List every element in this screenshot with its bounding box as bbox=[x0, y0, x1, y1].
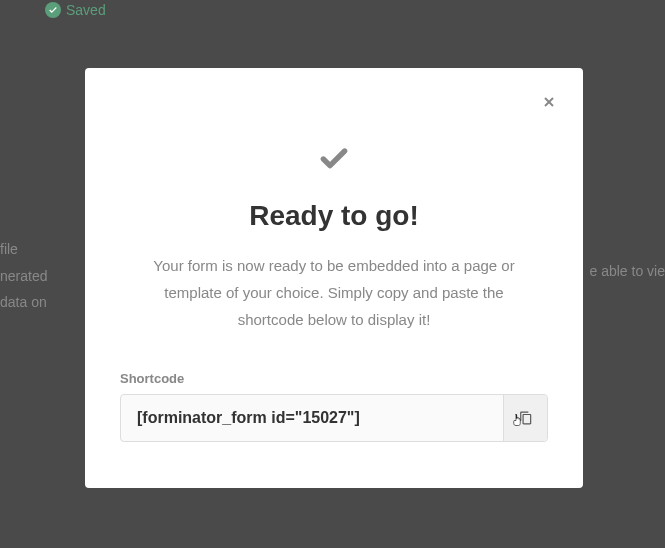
check-circle-icon bbox=[45, 2, 61, 18]
bg-text-right: e able to vie bbox=[590, 263, 666, 279]
shortcode-input[interactable] bbox=[121, 395, 503, 441]
modal-title: Ready to go! bbox=[120, 200, 548, 232]
shortcode-label: Shortcode bbox=[120, 371, 548, 386]
ready-modal: Ready to go! Your form is now ready to b… bbox=[85, 68, 583, 488]
copy-icon bbox=[519, 411, 533, 425]
close-icon bbox=[541, 94, 557, 110]
close-button[interactable] bbox=[539, 92, 559, 112]
saved-indicator: Saved bbox=[45, 2, 106, 18]
modal-description: Your form is now ready to be embedded in… bbox=[120, 252, 548, 333]
copy-button[interactable] bbox=[503, 395, 547, 441]
saved-label: Saved bbox=[66, 2, 106, 18]
bg-text-left: file nerated data on bbox=[0, 236, 47, 316]
checkmark-icon bbox=[120, 143, 548, 175]
shortcode-container bbox=[120, 394, 548, 442]
